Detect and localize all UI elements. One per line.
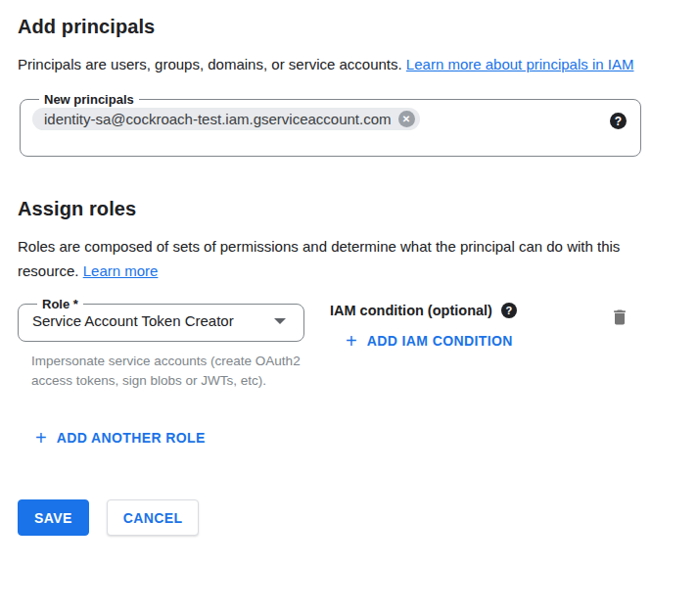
new-principals-field-body[interactable]: identity-sa@cockroach-test.iam.gservicea…	[32, 107, 628, 156]
role-select-body[interactable]: Service Account Token Creator	[30, 311, 292, 341]
learn-more-roles-link[interactable]: Learn more	[83, 262, 159, 279]
role-select-label: Role *	[37, 297, 83, 311]
plus-icon: +	[35, 431, 47, 445]
trash-icon	[610, 315, 629, 330]
principal-chip: identity-sa@cockroach-test.iam.gservicea…	[32, 108, 420, 130]
help-icon[interactable]: ?	[610, 113, 627, 129]
cancel-button[interactable]: CANCEL	[107, 499, 200, 536]
delete-role-button[interactable]	[610, 308, 629, 330]
principals-section: Add principals Principals are users, gro…	[18, 16, 680, 157]
iam-condition-label-row: IAM condition (optional) ?	[330, 303, 517, 318]
page-title: Add principals	[18, 16, 680, 38]
role-select-value: Service Account Token Creator	[32, 312, 234, 329]
add-another-role-label: ADD ANOTHER ROLE	[57, 430, 206, 446]
action-bar: SAVE CANCEL	[18, 499, 680, 536]
new-principals-label: New principals	[39, 92, 139, 107]
role-column: Role * Service Account Token Creator Imp…	[18, 297, 306, 391]
principals-description: Principals are users, groups, domains, o…	[18, 52, 652, 76]
role-helper-text: Impersonate service accounts (create OAu…	[31, 352, 302, 391]
plus-icon: +	[346, 334, 357, 348]
role-select[interactable]: Role * Service Account Token Creator	[18, 297, 304, 342]
learn-more-principals-link[interactable]: Learn more about principals in IAM	[406, 56, 634, 72]
iam-condition-label: IAM condition (optional)	[330, 303, 492, 318]
principals-description-text: Principals are users, groups, domains, o…	[18, 56, 402, 72]
new-principals-field[interactable]: New principals identity-sa@cockroach-tes…	[20, 92, 641, 157]
assign-roles-title: Assign roles	[18, 198, 680, 220]
roles-description: Roles are composed of sets of permission…	[18, 234, 652, 283]
save-button[interactable]: SAVE	[18, 499, 89, 536]
delete-column	[610, 297, 680, 330]
add-another-role-button[interactable]: + ADD ANOTHER ROLE	[35, 430, 206, 446]
add-iam-condition-button[interactable]: + ADD IAM CONDITION	[346, 333, 513, 349]
role-row: Role * Service Account Token Creator Imp…	[18, 297, 680, 391]
chevron-down-icon	[274, 318, 286, 324]
help-icon[interactable]: ?	[501, 303, 517, 318]
iam-condition-column: IAM condition (optional) ? + ADD IAM CON…	[330, 297, 517, 352]
principal-chip-text: identity-sa@cockroach-test.iam.gservicea…	[44, 111, 392, 127]
assign-roles-section: Assign roles Roles are composed of sets …	[18, 198, 680, 449]
chip-remove-icon[interactable]: ✕	[398, 111, 415, 127]
add-iam-condition-label: ADD IAM CONDITION	[367, 333, 513, 349]
add-principals-panel: Add principals Principals are users, gro…	[0, 0, 698, 536]
